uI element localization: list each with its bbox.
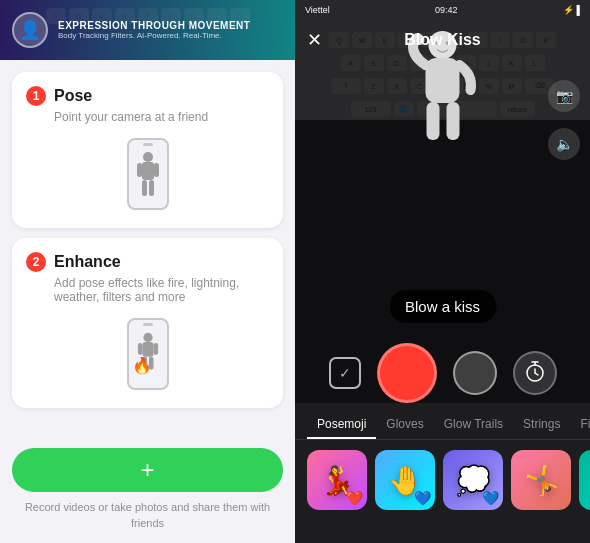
controls-bar: ✓ [295, 343, 590, 403]
step-1-card: 1 Pose Point your camera at a friend [12, 72, 283, 228]
record-button[interactable] [377, 343, 437, 403]
figure-illustration-1 [133, 149, 163, 199]
right-battery: ⚡▐ [563, 5, 580, 15]
svg-point-0 [143, 152, 153, 162]
right-side-icons: 📷 🔈 [548, 80, 580, 160]
posemoji-grid: 💃 ❤️ 🤚 💙 💭 💙 🤸 [295, 440, 590, 520]
tab-posemoji[interactable]: Posemoji [307, 411, 376, 439]
checkbox-button[interactable]: ✓ [329, 357, 361, 389]
svg-rect-3 [154, 163, 159, 177]
posemoji-item-4[interactable]: 🤸 [511, 450, 571, 510]
add-button[interactable]: + [12, 448, 283, 492]
tab-gloves[interactable]: Gloves [376, 411, 433, 439]
header-title: EXPRESSION THROUGH MOVEMENT [58, 20, 250, 31]
svg-rect-4 [142, 180, 147, 196]
step-2-illustration: 🔥 [26, 314, 269, 394]
right-panel: QWERTYUIOP ASDFGHJKL ⇧ZXCVBNM⌫ 123🌐 retu… [295, 0, 590, 543]
bottom-text: Record videos or take photos and share t… [0, 500, 295, 543]
tab-fi[interactable]: Fi [570, 411, 590, 439]
camera-side-button[interactable]: 📷 [548, 80, 580, 112]
camera-icon: 📷 [556, 88, 573, 104]
user-icon: 👤 [19, 19, 41, 41]
timer-label [523, 360, 547, 386]
posemoji-item-3[interactable]: 💭 💙 [443, 450, 503, 510]
step-1-title: Pose [54, 87, 92, 105]
svg-rect-13 [425, 58, 459, 103]
svg-rect-2 [137, 163, 142, 177]
posemoji-item-1[interactable]: 💃 ❤️ [307, 450, 367, 510]
tab-glow-trails[interactable]: Glow Trails [434, 411, 513, 439]
mode-button[interactable] [453, 351, 497, 395]
step-1-number: 1 [26, 86, 46, 106]
volume-side-button[interactable]: 🔈 [548, 128, 580, 160]
nav-title: Blow Kiss [404, 31, 480, 49]
svg-point-6 [143, 333, 152, 342]
add-icon: + [140, 456, 154, 484]
step-2-title: Enhance [54, 253, 121, 271]
bottom-tabs: Posemoji Gloves Glow Trails Strings Fi 💃… [295, 403, 590, 543]
right-carrier: Viettel [305, 5, 330, 15]
right-time: 09:42 [435, 5, 458, 15]
svg-rect-7 [142, 342, 153, 357]
volume-icon: 🔈 [556, 136, 573, 152]
steps-container: 1 Pose Point your camera at a friend [0, 60, 295, 448]
right-nav: ✕ Blow Kiss [295, 20, 590, 60]
svg-rect-1 [142, 162, 154, 180]
tabs-header: Posemoji Gloves Glow Trails Strings Fi [295, 403, 590, 440]
step-2-number: 2 [26, 252, 46, 272]
posemoji-item-2[interactable]: 🤚 💙 [375, 450, 435, 510]
close-button[interactable]: ✕ [307, 29, 322, 51]
tab-strings[interactable]: Strings [513, 411, 570, 439]
posemoji-item-5[interactable]: 🧘 [579, 450, 590, 510]
step-1-description: Point your camera at a friend [54, 110, 269, 124]
left-header: QWERTYUIO 👤 EXPRESSION THROUGH MOVEMENT … [0, 0, 295, 60]
header-subtitle: Body Tracking Filters. AI-Powered. Real-… [58, 31, 250, 40]
left-panel: App Store 9:41 ▐ QWERTYUIO 👤 EXPRESSION … [0, 0, 295, 543]
svg-rect-15 [426, 102, 439, 140]
step-2-card: 2 Enhance Add pose effects like fire, li… [12, 238, 283, 408]
step-2-description: Add pose effects like fire, lightning, w… [54, 276, 269, 304]
step-1-illustration [26, 134, 269, 214]
svg-rect-16 [446, 102, 459, 140]
avatar: 👤 [12, 12, 48, 48]
svg-rect-9 [153, 343, 158, 355]
svg-rect-8 [137, 343, 142, 355]
timer-button[interactable] [513, 351, 557, 395]
ar-tooltip: Blow a kiss [389, 290, 496, 323]
svg-rect-5 [149, 180, 154, 196]
right-status-bar: Viettel 09:42 ⚡▐ [295, 0, 590, 20]
check-icon: ✓ [339, 365, 351, 381]
